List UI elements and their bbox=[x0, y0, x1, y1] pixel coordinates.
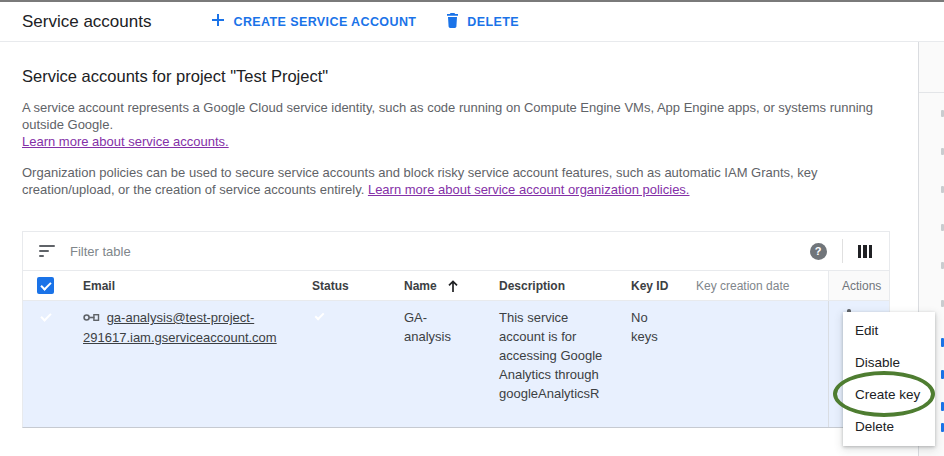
table-filter-bar bbox=[23, 232, 889, 271]
service-accounts-page: Service accounts CREATE SERVICE ACCOUNT … bbox=[0, 0, 944, 456]
page-header: Service accounts CREATE SERVICE ACCOUNT … bbox=[0, 2, 944, 42]
sort-ascending-icon[interactable] bbox=[447, 279, 459, 293]
filter-table-input[interactable] bbox=[70, 244, 810, 259]
select-all-checkbox[interactable] bbox=[37, 277, 54, 294]
name-cell: GA-analysis bbox=[404, 301, 499, 427]
column-header-name-label: Name bbox=[404, 279, 437, 293]
plus-icon bbox=[211, 13, 225, 30]
column-header-status[interactable]: Status bbox=[312, 271, 404, 300]
column-display-options-icon[interactable] bbox=[858, 245, 873, 258]
key-id-cell: No keys bbox=[631, 301, 696, 427]
filter-list-icon[interactable] bbox=[39, 245, 55, 257]
learn-more-service-accounts-link[interactable]: Learn more about service accounts. bbox=[22, 134, 229, 149]
service-account-key-icon bbox=[83, 311, 104, 326]
trash-icon bbox=[446, 13, 459, 31]
email-cell: ga-analysis@test-project-291617.iam.gser… bbox=[83, 301, 312, 427]
help-icon[interactable] bbox=[810, 243, 827, 260]
column-header-actions: Actions bbox=[828, 271, 889, 300]
column-header-description[interactable]: Description bbox=[499, 271, 631, 300]
column-header-key-creation-date[interactable]: Key creation date bbox=[696, 271, 828, 300]
menu-item-edit[interactable]: Edit bbox=[843, 315, 935, 347]
learn-more-org-policies-link[interactable]: Learn more about service account organiz… bbox=[368, 182, 690, 197]
menu-item-disable[interactable]: Disable bbox=[843, 347, 935, 379]
main-content: Service accounts for project "Test Proje… bbox=[0, 42, 918, 456]
column-header-key-id[interactable]: Key ID bbox=[631, 271, 696, 300]
service-accounts-table: Email Status Name Description Key ID Key… bbox=[22, 231, 890, 428]
column-header-email[interactable]: Email bbox=[83, 271, 312, 300]
create-service-account-label: CREATE SERVICE ACCOUNT bbox=[233, 15, 416, 29]
toolbar-divider bbox=[842, 239, 843, 263]
org-policy-paragraph: Organization policies can be used to sec… bbox=[22, 164, 902, 198]
table-row[interactable]: ga-analysis@test-project-291617.iam.gser… bbox=[23, 301, 889, 427]
status-cell bbox=[312, 301, 404, 427]
table-header-row: Email Status Name Description Key ID Key… bbox=[23, 271, 889, 301]
create-service-account-button[interactable]: CREATE SERVICE ACCOUNT bbox=[211, 13, 416, 30]
menu-item-create-key[interactable]: Create key bbox=[843, 379, 935, 411]
side-panel-divider bbox=[919, 92, 944, 93]
column-header-name[interactable]: Name bbox=[404, 271, 499, 300]
page-title: Service accounts bbox=[22, 12, 151, 32]
row-actions-context-menu: Edit Disable Create key Delete bbox=[843, 312, 935, 446]
description-cell: This service account is for accessing Go… bbox=[499, 301, 631, 427]
delete-label: DELETE bbox=[467, 15, 519, 29]
service-account-email-link[interactable]: ga-analysis@test-project-291617.iam.gser… bbox=[83, 310, 277, 345]
section-heading: Service accounts for project "Test Proje… bbox=[22, 67, 918, 86]
intro-text: A service account represents a Google Cl… bbox=[22, 100, 873, 132]
delete-button[interactable]: DELETE bbox=[446, 13, 519, 31]
intro-paragraph: A service account represents a Google Cl… bbox=[22, 99, 902, 150]
key-creation-date-cell bbox=[696, 301, 828, 427]
menu-item-delete[interactable]: Delete bbox=[843, 411, 935, 443]
